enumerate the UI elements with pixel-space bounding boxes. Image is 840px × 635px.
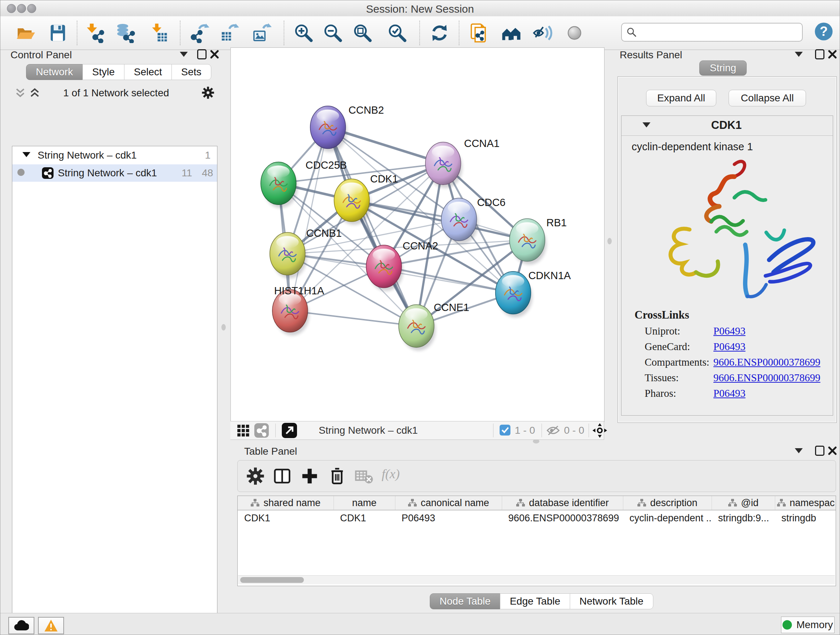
refresh-icon[interactable] <box>429 23 450 43</box>
network-node-RB1[interactable]: RB1 <box>510 217 567 264</box>
right-splitter-handle[interactable] <box>607 238 612 244</box>
column-header-name[interactable]: name <box>333 496 395 510</box>
panel-menu-icon[interactable] <box>795 52 803 57</box>
table-gear-icon[interactable] <box>246 466 265 486</box>
network-options-gear-icon[interactable] <box>201 86 215 100</box>
table-cell[interactable]: cyclin-dependent ... <box>623 510 712 526</box>
network-node-CDK1[interactable]: CDK1 <box>334 173 398 225</box>
column-header-namespac[interactable]: namespac <box>775 496 836 510</box>
tree-expand-icon[interactable] <box>22 152 30 157</box>
home-view-icon[interactable] <box>501 23 522 43</box>
export-network-icon[interactable] <box>190 23 210 43</box>
zoom-in-icon[interactable] <box>293 23 313 43</box>
import-table-icon[interactable] <box>148 23 169 43</box>
expand-all-button[interactable]: Expand All <box>646 90 716 106</box>
tab-select[interactable]: Select <box>124 64 172 80</box>
column-header-canonical-name[interactable]: canonical name <box>395 496 502 510</box>
clone-network-file-icon[interactable] <box>469 23 489 43</box>
crosslink-link[interactable]: 9606.ENSP00000378699 <box>714 356 821 368</box>
crosslink-link[interactable]: P06493 <box>714 325 745 337</box>
node-label: CDC6 <box>477 196 506 208</box>
crosslink-link[interactable]: P06493 <box>714 387 745 399</box>
table-row[interactable]: CDK1CDK1P064939606.ENSP00000378699cyclin… <box>238 510 836 526</box>
zoom-out-icon[interactable] <box>322 23 343 43</box>
crosslink-link[interactable]: 9606.ENSP00000378699 <box>714 372 821 384</box>
show-columns-icon[interactable] <box>272 466 292 486</box>
search-input[interactable] <box>641 25 798 39</box>
detach-view-icon[interactable] <box>282 423 297 438</box>
add-column-icon[interactable] <box>300 466 319 486</box>
tab-style[interactable]: Style <box>82 64 125 80</box>
tab-edge-table[interactable]: Edge Table <box>500 593 570 609</box>
network-selection-summary: 1 of 1 Network selected <box>44 87 188 99</box>
import-network-file-icon[interactable] <box>84 23 104 43</box>
table-cell[interactable]: CDK1 <box>238 510 333 526</box>
network-edge[interactable] <box>328 127 416 326</box>
float-panel-icon[interactable] <box>815 49 824 59</box>
warnings-button[interactable] <box>38 617 64 634</box>
network-edge[interactable] <box>384 266 513 293</box>
tab-string[interactable]: String <box>699 60 747 76</box>
table-cell[interactable]: stringdb <box>775 510 836 526</box>
import-network-database-icon[interactable] <box>115 23 135 43</box>
network-node-CDC6[interactable]: CDC6 <box>441 196 506 244</box>
table-cell[interactable]: 9606.ENSP00000378699 <box>502 510 623 526</box>
memory-button[interactable]: Memory <box>781 616 835 633</box>
left-splitter-handle[interactable] <box>221 324 226 331</box>
column-header-shared-name[interactable]: shared name <box>238 496 333 510</box>
tab-network[interactable]: Network <box>26 64 83 80</box>
column-header-database-identifier[interactable]: database identifier <box>502 496 623 510</box>
collapse-all-button[interactable]: Collapse All <box>729 90 806 106</box>
scrollbar-thumb[interactable] <box>240 577 304 583</box>
collapse-all-icon[interactable] <box>15 87 26 98</box>
network-node-CDKN1A[interactable]: CDKN1A <box>496 270 571 318</box>
close-panel-icon[interactable] <box>828 50 837 59</box>
cloud-status-button[interactable] <box>8 617 34 634</box>
export-table-icon[interactable] <box>219 23 240 43</box>
network-collection-row[interactable]: String Network – cdk1 1 <box>12 146 217 165</box>
table-cell[interactable]: stringdb:9... <box>712 510 775 526</box>
close-panel-icon[interactable] <box>828 447 837 455</box>
network-row-selected[interactable]: String Network – cdk1 11 48 <box>12 165 217 182</box>
column-header--id[interactable]: @id <box>712 496 775 510</box>
table-cell[interactable]: CDK1 <box>333 510 395 526</box>
delete-column-icon[interactable] <box>327 466 347 486</box>
birdseye-toggle-icon[interactable] <box>564 23 584 43</box>
cdk1-section-header[interactable]: CDK1 <box>622 116 833 136</box>
open-session-icon[interactable] <box>16 23 36 43</box>
help-icon[interactable]: ? <box>813 21 834 42</box>
network-canvas[interactable]: CCNB2 CCNA1 CDC25B <box>231 48 605 422</box>
network-node-HIST1H1A[interactable]: HIST1H1A <box>272 285 325 336</box>
zoom-selected-icon[interactable] <box>387 23 407 43</box>
clear-table-icon[interactable] <box>354 466 374 486</box>
tab-node-table[interactable]: Node Table <box>430 593 500 609</box>
panel-menu-icon[interactable] <box>795 448 803 453</box>
table-toolbar: f(x) <box>237 460 836 492</box>
table-horizontal-scrollbar[interactable] <box>238 575 835 584</box>
function-builder-icon[interactable]: f(x) <box>382 466 400 481</box>
table-cell[interactable]: P06493 <box>395 510 502 526</box>
close-panel-icon[interactable] <box>210 50 219 59</box>
network-edge[interactable] <box>290 127 328 311</box>
search-field[interactable] <box>621 23 803 42</box>
export-image-icon[interactable] <box>251 23 272 43</box>
section-collapse-icon[interactable] <box>643 122 651 127</box>
title-bar: Session: New Session <box>0 0 840 17</box>
zoom-fit-icon[interactable] <box>352 23 372 43</box>
fit-content-crosshair-icon[interactable] <box>592 423 607 438</box>
expand-all-icon[interactable] <box>29 87 40 98</box>
birdseye-view-icon[interactable] <box>254 423 269 438</box>
network-node-CCNE1[interactable]: CCNE1 <box>399 302 469 351</box>
show-hide-annotations-icon[interactable] <box>532 23 553 43</box>
float-panel-icon[interactable] <box>815 446 824 456</box>
tab-sets[interactable]: Sets <box>172 64 211 80</box>
panel-menu-icon[interactable] <box>180 52 188 57</box>
save-session-icon[interactable] <box>48 23 68 43</box>
tab-network-table[interactable]: Network Table <box>570 593 653 609</box>
crosslink-link[interactable]: P06493 <box>714 340 745 353</box>
selected-checkbox-icon[interactable] <box>500 424 510 435</box>
float-panel-icon[interactable] <box>197 49 207 59</box>
node-label: CCNA1 <box>464 138 500 149</box>
grid-view-icon[interactable] <box>236 424 250 437</box>
column-header-description[interactable]: description <box>623 496 712 510</box>
